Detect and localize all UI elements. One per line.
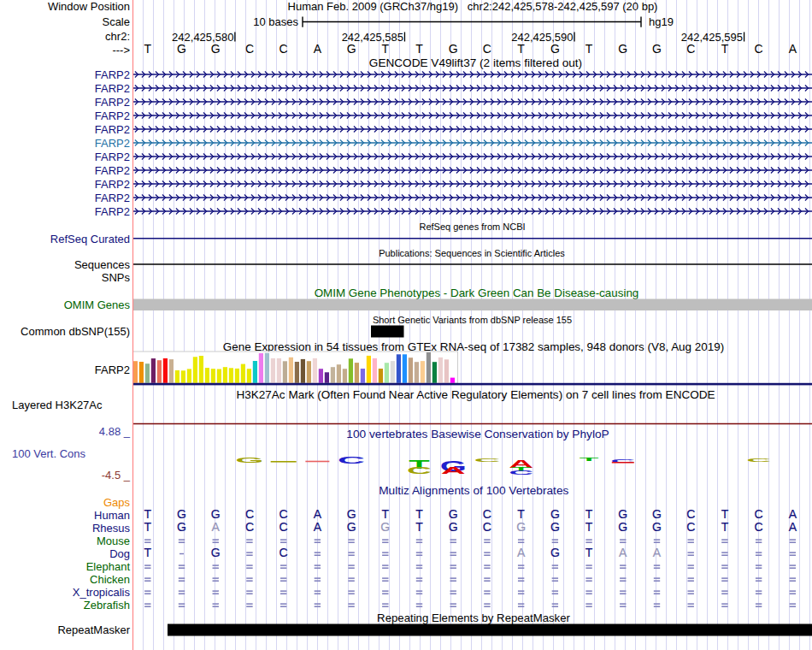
svg-text:C: C bbox=[686, 507, 695, 521]
svg-text:FARP2: FARP2 bbox=[95, 151, 130, 163]
svg-text:Zebrafish: Zebrafish bbox=[84, 599, 130, 612]
svg-text:Mouse: Mouse bbox=[97, 535, 130, 547]
svg-text:hg19: hg19 bbox=[649, 15, 674, 28]
svg-text:C: C bbox=[279, 507, 288, 521]
svg-text:Short Genetic Variants from db: Short Genetic Variants from dbSNP releas… bbox=[373, 315, 572, 325]
svg-text:C: C bbox=[245, 520, 254, 534]
svg-text:G: G bbox=[618, 507, 627, 521]
svg-text:Scale: Scale bbox=[102, 15, 130, 28]
svg-text:T: T bbox=[517, 42, 525, 56]
svg-text:FARP2: FARP2 bbox=[95, 109, 130, 122]
svg-text:T: T bbox=[585, 42, 593, 56]
svg-text:Human: Human bbox=[94, 509, 130, 522]
svg-text:C: C bbox=[279, 42, 288, 56]
svg-text:A: A bbox=[314, 42, 322, 56]
svg-text:X_tropicalis: X_tropicalis bbox=[73, 586, 131, 599]
svg-text:FARP2: FARP2 bbox=[95, 123, 130, 136]
svg-text:C: C bbox=[483, 520, 491, 534]
svg-text:T: T bbox=[585, 546, 593, 559]
svg-text:G: G bbox=[652, 42, 662, 56]
svg-text:Sequences: Sequences bbox=[74, 258, 131, 271]
svg-text:C: C bbox=[407, 465, 432, 475]
svg-text:T: T bbox=[415, 507, 423, 521]
svg-text:C: C bbox=[483, 507, 491, 521]
svg-text:A: A bbox=[789, 42, 797, 56]
svg-text:G: G bbox=[235, 456, 263, 464]
svg-text:OMIM Genes: OMIM Genes bbox=[64, 298, 131, 311]
svg-text:A: A bbox=[789, 520, 797, 534]
svg-text:C: C bbox=[483, 42, 491, 56]
svg-text:C: C bbox=[279, 520, 288, 534]
svg-text:G: G bbox=[449, 42, 458, 56]
svg-text:C: C bbox=[509, 469, 533, 476]
svg-text:H3K27Ac Mark (Often Found Near: H3K27Ac Mark (Often Found Near Active Re… bbox=[236, 388, 715, 401]
svg-text:T: T bbox=[517, 507, 525, 521]
svg-text:G: G bbox=[652, 507, 662, 521]
svg-text:Window Position: Window Position bbox=[48, 0, 130, 13]
svg-text:T: T bbox=[585, 507, 593, 521]
svg-text:Multiz Alignments of 100 Verte: Multiz Alignments of 100 Vertebrates bbox=[379, 484, 568, 497]
svg-text:Elephant: Elephant bbox=[86, 560, 131, 573]
svg-text:G: G bbox=[177, 520, 186, 534]
svg-text:C: C bbox=[245, 507, 254, 521]
svg-text:C: C bbox=[746, 457, 771, 463]
svg-text:G: G bbox=[449, 507, 458, 521]
svg-text:C: C bbox=[755, 42, 763, 56]
svg-text:RepeatMasker: RepeatMasker bbox=[57, 623, 130, 636]
svg-text:G: G bbox=[618, 520, 627, 534]
svg-text:FARP2: FARP2 bbox=[95, 68, 130, 81]
svg-text:C: C bbox=[279, 546, 288, 559]
svg-text:Publications: Sequences in Sci: Publications: Sequences in Scientific Ar… bbox=[379, 248, 565, 258]
svg-text:OMIM Gene Phenotypes - Dark Gr: OMIM Gene Phenotypes - Dark Green Can Be… bbox=[315, 287, 639, 299]
svg-text:G: G bbox=[211, 546, 221, 559]
svg-text:G: G bbox=[211, 42, 221, 56]
svg-text:RefSeq genes from NCBI: RefSeq genes from NCBI bbox=[419, 222, 525, 232]
svg-text:Common dbSNP(155): Common dbSNP(155) bbox=[21, 325, 130, 338]
svg-text:FARP2: FARP2 bbox=[95, 363, 130, 376]
svg-text:A: A bbox=[314, 520, 322, 534]
svg-text:100 vertebrates Basewise Conse: 100 vertebrates Basewise Conservation by… bbox=[346, 428, 609, 440]
svg-text:G: G bbox=[550, 520, 560, 534]
svg-text:T: T bbox=[721, 42, 729, 56]
svg-text:G: G bbox=[449, 520, 458, 534]
svg-text:G: G bbox=[347, 42, 356, 56]
svg-text:G: G bbox=[652, 520, 662, 534]
svg-text:Chicken: Chicken bbox=[90, 573, 130, 586]
svg-text:Human Feb. 2009 (GRCh37/hg19): Human Feb. 2009 (GRCh37/hg19) chr2:242,4… bbox=[288, 0, 658, 13]
svg-text:T: T bbox=[382, 42, 390, 56]
svg-text:SNPs: SNPs bbox=[102, 271, 131, 284]
svg-text:C: C bbox=[755, 520, 763, 534]
svg-text:G: G bbox=[177, 507, 186, 521]
svg-text:A: A bbox=[619, 546, 627, 559]
svg-text:T: T bbox=[415, 520, 423, 534]
svg-text:G: G bbox=[550, 42, 560, 56]
svg-text:G: G bbox=[550, 507, 560, 521]
svg-text:FARP2: FARP2 bbox=[95, 96, 130, 109]
svg-text:T: T bbox=[144, 42, 152, 56]
svg-text:C: C bbox=[755, 507, 763, 521]
svg-text:T: T bbox=[415, 42, 423, 56]
svg-text:GENCODE V49lift37 (2 items fil: GENCODE V49lift37 (2 items filtered out) bbox=[369, 56, 582, 69]
svg-text:G: G bbox=[380, 520, 390, 534]
svg-text:T: T bbox=[382, 507, 390, 521]
svg-text:G: G bbox=[347, 520, 356, 534]
svg-text:T: T bbox=[721, 507, 729, 521]
svg-text:A: A bbox=[653, 546, 662, 559]
svg-text:Gaps: Gaps bbox=[103, 496, 131, 509]
svg-text:Dog: Dog bbox=[109, 547, 130, 560]
svg-text:FARP2: FARP2 bbox=[95, 205, 130, 218]
svg-text:C: C bbox=[245, 42, 254, 56]
svg-text:G: G bbox=[347, 507, 356, 521]
svg-text:G: G bbox=[211, 507, 221, 521]
svg-text:RefSeq Curated: RefSeq Curated bbox=[50, 233, 130, 245]
svg-text:T: T bbox=[144, 520, 152, 534]
svg-text:T: T bbox=[721, 520, 729, 534]
svg-text:Layered H3K27Ac: Layered H3K27Ac bbox=[12, 399, 103, 411]
svg-text:FARP2: FARP2 bbox=[95, 137, 130, 150]
svg-text:A: A bbox=[441, 464, 466, 476]
svg-text:C: C bbox=[686, 42, 695, 56]
svg-text:G: G bbox=[177, 42, 186, 56]
svg-text:-4.5 _: -4.5 _ bbox=[102, 469, 131, 482]
svg-text:--->: ---> bbox=[112, 44, 130, 56]
svg-text:4.88 _: 4.88 _ bbox=[99, 425, 131, 438]
